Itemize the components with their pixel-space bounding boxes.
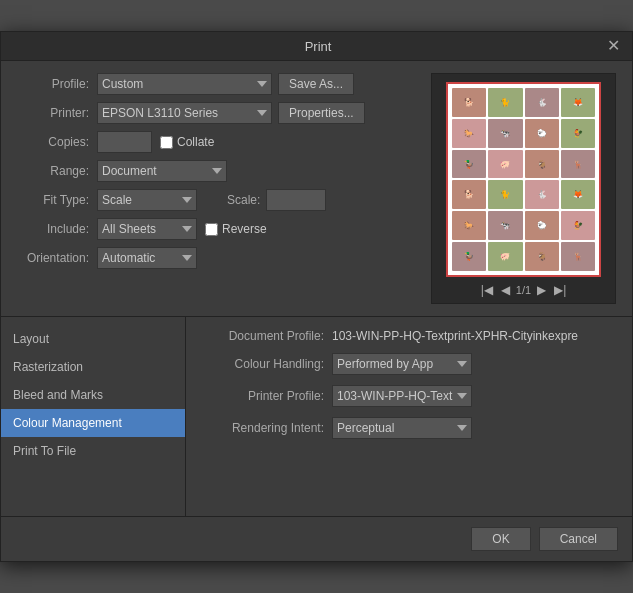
nav-item-rasterization[interactable]: Rasterization	[1, 353, 185, 381]
animal-cell: 🐇	[525, 180, 559, 209]
range-label: Range:	[17, 164, 97, 178]
animal-cell: 🐐	[525, 150, 559, 179]
animal-cell: 🦌	[561, 242, 595, 271]
printer-profile-label: Printer Profile:	[202, 389, 332, 403]
copies-label: Copies:	[17, 135, 97, 149]
doc-profile-label: Document Profile:	[202, 329, 332, 343]
range-row: Range: Document	[17, 160, 419, 182]
nav-item-bleed-and-marks[interactable]: Bleed and Marks	[1, 381, 185, 409]
animal-cell: 🐎	[452, 119, 486, 148]
range-select[interactable]: Document	[97, 160, 227, 182]
form-area: Profile: Custom Save As... Printer: EPSO…	[17, 73, 419, 304]
doc-profile-value: 103-WIN-PP-HQ-Textprint-XPHR-Cityinkexpr…	[332, 329, 578, 343]
animal-cell: 🐓	[561, 119, 595, 148]
save-as-button[interactable]: Save As...	[278, 73, 354, 95]
rendering-intent-select[interactable]: Perceptual	[332, 417, 472, 439]
scale-input[interactable]: 100 %	[266, 189, 326, 211]
orientation-row: Orientation: Automatic	[17, 247, 419, 269]
dialog-title: Print	[31, 39, 605, 54]
reverse-checkbox[interactable]	[205, 223, 218, 236]
animal-cell: 🐈	[488, 88, 522, 117]
top-section: Profile: Custom Save As... Printer: EPSO…	[1, 61, 632, 316]
fit-type-label: Fit Type:	[17, 193, 97, 207]
fit-type-select[interactable]: Scale	[97, 189, 197, 211]
preview-animals: 🐕🐈🐇🦊🐎🐄🐑🐓🦆🐖🐐🦌🐕🐈🐇🦊🐎🐄🐑🐓🦆🐖🐐🦌	[448, 84, 599, 275]
nav-panel: Layout Rasterization Bleed and Marks Col…	[1, 317, 186, 516]
animal-cell: 🐓	[561, 211, 595, 240]
copies-input[interactable]: 2	[97, 131, 152, 153]
fit-type-row: Fit Type: Scale Scale: 100 %	[17, 189, 419, 211]
animal-cell: 🐇	[525, 88, 559, 117]
next-page-button[interactable]: ▶	[535, 283, 548, 297]
prev-page-button[interactable]: ◀	[499, 283, 512, 297]
include-label: Include:	[17, 222, 97, 236]
colour-handling-row: Colour Handling: Performed by App	[202, 353, 616, 375]
profile-label: Profile:	[17, 77, 97, 91]
include-select[interactable]: All Sheets	[97, 218, 197, 240]
collate-checkbox[interactable]	[160, 136, 173, 149]
include-row: Include: All Sheets Reverse	[17, 218, 419, 240]
animal-cell: 🐄	[488, 119, 522, 148]
animal-cell: 🐐	[525, 242, 559, 271]
footer: OK Cancel	[1, 516, 632, 561]
preview-area: 🐕🐈🐇🦊🐎🐄🐑🐓🦆🐖🐐🦌🐕🐈🐇🦊🐎🐄🐑🐓🦆🐖🐐🦌 |◀ ◀ 1/1 ▶ ▶|	[431, 73, 616, 304]
animal-cell: 🐕	[452, 180, 486, 209]
copies-row: Copies: 2 Collate	[17, 131, 419, 153]
doc-profile-row: Document Profile: 103-WIN-PP-HQ-Textprin…	[202, 329, 616, 343]
printer-profile-row: Printer Profile: 103-WIN-PP-HQ-Textprint	[202, 385, 616, 407]
collate-label: Collate	[177, 135, 214, 149]
animal-cell: 🐖	[488, 150, 522, 179]
animal-cell: 🐎	[452, 211, 486, 240]
animal-cell: 🐕	[452, 88, 486, 117]
printer-profile-select[interactable]: 103-WIN-PP-HQ-Textprint	[332, 385, 472, 407]
nav-item-colour-management[interactable]: Colour Management	[1, 409, 185, 437]
page-indicator: 1/1	[516, 284, 531, 296]
colour-handling-select[interactable]: Performed by App	[332, 353, 472, 375]
animal-cell: 🦆	[452, 150, 486, 179]
profile-select[interactable]: Custom	[97, 73, 272, 95]
ok-button[interactable]: OK	[471, 527, 530, 551]
animal-cell: 🐈	[488, 180, 522, 209]
colour-handling-label: Colour Handling:	[202, 357, 332, 371]
print-dialog: Print ✕ Profile: Custom Save As... Print…	[0, 31, 633, 562]
profile-row: Profile: Custom Save As...	[17, 73, 419, 95]
animal-cell: 🐖	[488, 242, 522, 271]
cancel-button[interactable]: Cancel	[539, 527, 618, 551]
animal-cell: 🐄	[488, 211, 522, 240]
printer-select[interactable]: EPSON L3110 Series	[97, 102, 272, 124]
animal-cell: 🦌	[561, 150, 595, 179]
pagination-bar: |◀ ◀ 1/1 ▶ ▶|	[479, 277, 569, 303]
animal-cell: 🦊	[561, 88, 595, 117]
content-panel: Document Profile: 103-WIN-PP-HQ-Textprin…	[186, 317, 632, 516]
reverse-label: Reverse	[222, 222, 267, 236]
nav-item-layout[interactable]: Layout	[1, 325, 185, 353]
animal-cell: 🦊	[561, 180, 595, 209]
rendering-intent-row: Rendering Intent: Perceptual	[202, 417, 616, 439]
nav-item-print-to-file[interactable]: Print To File	[1, 437, 185, 465]
collate-group: Collate	[160, 135, 214, 149]
printer-label: Printer:	[17, 106, 97, 120]
close-button[interactable]: ✕	[605, 38, 622, 54]
printer-row: Printer: EPSON L3110 Series Properties..…	[17, 102, 419, 124]
scale-label: Scale:	[227, 193, 260, 207]
last-page-button[interactable]: ▶|	[552, 283, 568, 297]
properties-button[interactable]: Properties...	[278, 102, 365, 124]
first-page-button[interactable]: |◀	[479, 283, 495, 297]
orientation-label: Orientation:	[17, 251, 97, 265]
scale-group: Scale: 100 %	[227, 189, 326, 211]
orientation-select[interactable]: Automatic	[97, 247, 197, 269]
animal-cell: 🐑	[525, 119, 559, 148]
rendering-intent-label: Rendering Intent:	[202, 421, 332, 435]
animal-cell: 🐑	[525, 211, 559, 240]
reverse-group: Reverse	[205, 222, 267, 236]
animal-cell: 🦆	[452, 242, 486, 271]
title-bar: Print ✕	[1, 32, 632, 61]
bottom-section: Layout Rasterization Bleed and Marks Col…	[1, 316, 632, 516]
preview-box: 🐕🐈🐇🦊🐎🐄🐑🐓🦆🐖🐐🦌🐕🐈🐇🦊🐎🐄🐑🐓🦆🐖🐐🦌	[446, 82, 601, 277]
